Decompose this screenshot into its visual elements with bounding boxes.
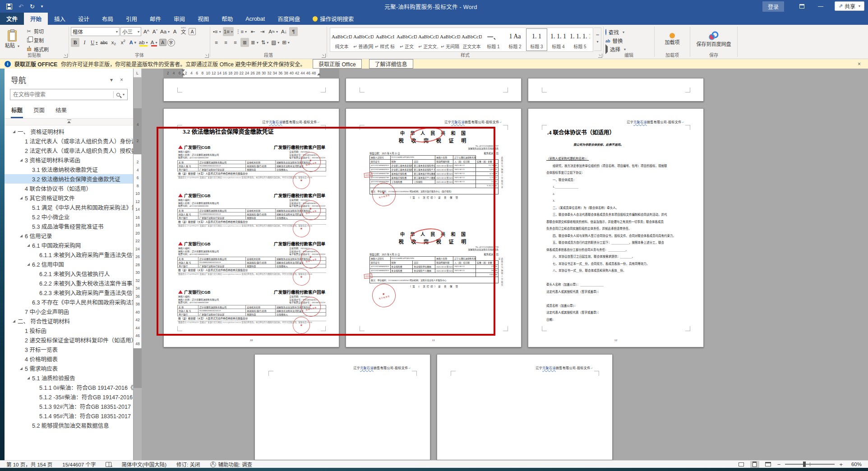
nav-heading-25[interactable]: 5 需求响应表 — [5, 364, 133, 373]
ribbon-display-options-icon[interactable] — [792, 0, 811, 13]
zoom-level[interactable]: 60% — [847, 462, 862, 467]
justify-button[interactable]: ≣ — [240, 38, 249, 47]
search-options-chevron-icon[interactable]: ▾ — [123, 92, 125, 97]
search-input[interactable] — [13, 92, 111, 98]
warning-close-icon[interactable]: × — [858, 61, 863, 67]
tab-references[interactable]: 引用 — [120, 13, 143, 25]
nav-heading-16[interactable]: 6.2.2 未被列入重大税收违法案件当事人名单 — [5, 278, 133, 288]
collapse-triangle-icon[interactable] — [27, 263, 30, 266]
word-count[interactable]: 15/44607 个字 — [62, 461, 96, 468]
nav-heading-17[interactable]: 6.2.3 未被列入政府采购严重违法失信行为... — [5, 288, 133, 297]
grow-font-button[interactable]: A^ — [142, 27, 151, 36]
nav-heading-23[interactable]: 3 开标一览表 — [5, 345, 133, 354]
bold-button[interactable]: B — [71, 38, 79, 47]
style-body-text-2[interactable]: AaBbCcDc↵ 正文文... — [418, 28, 439, 51]
underline-button[interactable]: U▾ — [90, 38, 98, 47]
style-heading-2[interactable]: 1 Aa标题 2 — [504, 28, 526, 51]
spellcheck-icon[interactable] — [106, 462, 111, 467]
tab-selector[interactable]: L — [134, 69, 142, 78]
nav-heading-4[interactable]: 3.1 依法缴纳税收缴款凭证 — [5, 165, 133, 174]
page-top-partial-1[interactable] — [346, 78, 522, 102]
tab-home[interactable]: 开始 — [24, 13, 48, 25]
nav-heading-29[interactable]: 5.1.3 92#汽油：符合GB 18351-2017《... — [5, 402, 133, 411]
text-effects-button[interactable]: A▾ — [128, 38, 137, 47]
collapse-triangle-icon[interactable] — [20, 159, 23, 162]
sort-button[interactable]: A↓ — [280, 27, 288, 36]
clipboard-dialog-launcher[interactable]: ↘ — [64, 54, 68, 58]
page-bottom-partial-1[interactable]: 辽宁元聚石油销售有限公司-投标文件↵ — [437, 354, 613, 460]
track-changes-indicator[interactable]: 修订: 关闭 — [176, 461, 200, 468]
line-spacing-button[interactable]: ⇅▾ — [260, 38, 270, 47]
get-genuine-office-button[interactable]: 获取正版 Office — [313, 59, 361, 69]
find-button[interactable]: 查找▾ — [605, 28, 652, 36]
tab-insert[interactable]: 插入 — [48, 13, 72, 25]
nav-heading-13[interactable]: 6.1.1 未被列入政府采购严重违法失信行为... — [5, 250, 133, 259]
distributed-button[interactable]: ≣▾ — [250, 38, 259, 47]
language-indicator[interactable]: 简体中文(中国大陆) — [121, 461, 166, 468]
nav-heading-1[interactable]: 1 法定代表人（或非法人组织负责人）身份证明书 — [5, 136, 133, 146]
cut-button[interactable]: ✂剪切 — [24, 27, 50, 35]
clear-formatting-button[interactable]: A — [171, 27, 179, 36]
page-indicator[interactable]: 第 10 页，共 154 页 — [6, 461, 52, 468]
styles-dialog-launcher[interactable]: ↘ — [598, 54, 602, 58]
login-button[interactable]: 登录 — [762, 1, 784, 12]
increase-indent-button[interactable]: ⇥ — [258, 27, 267, 36]
style-heading-5[interactable]: 1. 1. 1. 1标题 5 — [569, 28, 591, 51]
tab-layout[interactable]: 布局 — [96, 13, 120, 25]
zoom-slider[interactable] — [785, 464, 835, 465]
style-body-text[interactable]: AaBbCcDdI正文文本 — [461, 28, 482, 51]
style-body[interactable]: AaBbCcDdI↵ 正文 — [396, 28, 417, 51]
change-case-button[interactable]: Aa▾ — [159, 27, 171, 36]
tab-baidu-pan[interactable]: 百度网盘 — [271, 13, 306, 25]
customize-qat-icon[interactable]: ▾ — [41, 4, 43, 9]
undo-icon[interactable]: ↶ — [18, 3, 23, 10]
nav-heading-30[interactable]: 5.1.4 95#汽油：符合GB 18351-2017《... — [5, 411, 133, 420]
nav-heading-6[interactable]: 4 联合体协议书（如适用） — [5, 184, 133, 193]
collapse-triangle-icon[interactable] — [20, 197, 23, 199]
style-no-spacing[interactable]: AaBbCcDdI↵ 无间隔 — [439, 28, 461, 51]
zoom-slider-thumb[interactable] — [803, 462, 806, 467]
replace-button[interactable]: ab替换 — [605, 37, 652, 45]
font-dialog-launcher[interactable]: ↘ — [205, 54, 209, 58]
nav-heading-31[interactable]: 5.2 能够提供加油交易数据信息 — [5, 420, 133, 430]
italic-button[interactable]: I — [80, 38, 89, 47]
phonetic-guide-button[interactable]: 文wén — [179, 27, 188, 36]
collapse-triangle-icon[interactable] — [13, 130, 15, 133]
collapse-triangle-icon[interactable] — [20, 235, 23, 237]
superscript-button[interactable]: x2 — [119, 38, 127, 47]
style-heading-3[interactable]: 1. 1标题 3 — [526, 28, 547, 51]
vertical-ruler[interactable]: 4224681012141618202224262830323436384042… — [134, 78, 142, 460]
nav-heading-10[interactable]: 5.3 成品油零售经营批准证书 — [5, 222, 133, 231]
save-to-baidu-pan-button[interactable]: 保存到百度网盘 — [696, 26, 731, 52]
learn-more-button[interactable]: 了解详细信息 — [369, 59, 413, 69]
print-layout-button[interactable] — [750, 461, 759, 468]
read-mode-button[interactable] — [737, 461, 746, 468]
align-right-button[interactable]: ≡ — [231, 38, 240, 47]
nav-heading-19[interactable]: 7 中小企业声明函 — [5, 307, 133, 316]
redo-icon[interactable]: ↻ — [30, 3, 35, 10]
copy-button[interactable]: 复制 — [24, 36, 50, 44]
jump-to-top-button[interactable] — [5, 119, 133, 125]
tab-design[interactable]: 设计 — [72, 13, 96, 25]
style-heading-4[interactable]: 1. 1. 1标题 4 — [548, 28, 569, 51]
font-size-combo[interactable]: 小三▾ — [120, 27, 141, 36]
subscript-button[interactable]: x2 — [109, 38, 118, 47]
save-icon[interactable] — [6, 4, 12, 9]
character-shading-button[interactable]: A — [159, 39, 166, 46]
nav-heading-3[interactable]: 3 资格证明材料承诺函 — [5, 155, 133, 165]
text-highlight-button[interactable]: ab▾ — [138, 38, 149, 47]
zoom-out-button[interactable]: − — [777, 461, 781, 468]
style-plain-text[interactable]: AaBbCcDdE纯文本 — [331, 28, 352, 51]
align-left-button[interactable]: ≡ — [212, 38, 221, 47]
share-button[interactable]: ⇗ 共享▾ — [835, 1, 864, 11]
page-top-partial-0[interactable] — [163, 78, 339, 102]
collapse-triangle-icon[interactable] — [20, 367, 23, 370]
paste-button[interactable]: 粘贴 ▾ — [2, 26, 23, 52]
nav-tab-结果[interactable]: 结果 — [55, 104, 67, 118]
page-top-partial-2[interactable] — [528, 78, 704, 102]
nav-heading-2[interactable]: 2 法定代表人（或非法人组织负责人）授权委托书 — [5, 146, 133, 155]
nav-heading-8[interactable]: 5.1 满足《中华人民共和国政府采购法》第二... — [5, 203, 133, 212]
decrease-indent-button[interactable]: ⇤ — [249, 27, 257, 36]
nav-heading-15[interactable]: 6.2.1 未被列入失信被执行人 — [5, 269, 133, 278]
nav-close-icon[interactable]: × — [116, 77, 127, 83]
